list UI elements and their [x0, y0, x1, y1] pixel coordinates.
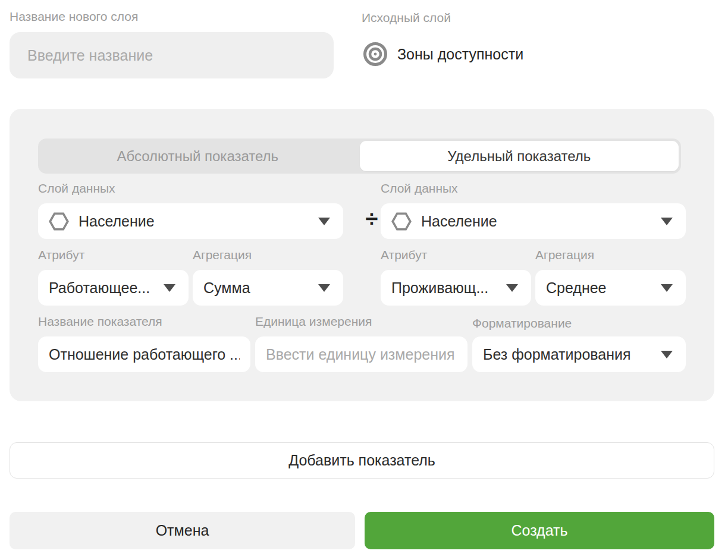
new-layer-name-label: Название нового слоя [10, 10, 138, 24]
cancel-button[interactable]: Отмена [10, 512, 355, 549]
indicator-panel: Абсолютный показатель Удельный показател… [10, 109, 714, 401]
numerator-aggregation-select[interactable]: Сумма [193, 270, 343, 306]
create-button[interactable]: Создать [365, 512, 714, 549]
new-layer-name-input[interactable] [10, 32, 334, 78]
numerator-layer-value: Население [79, 213, 318, 230]
formatting-select[interactable]: Без форматирования [472, 336, 686, 372]
denominator-layer-value: Население [421, 213, 661, 230]
source-layer-label: Исходный слой [362, 11, 451, 25]
tab-relative-indicator[interactable]: Удельный показатель [360, 141, 679, 171]
formatting-value: Без форматирования [483, 346, 661, 363]
dropdown-arrow-icon [506, 284, 518, 292]
bullseye-icon [363, 42, 388, 67]
unit-label: Единица измерения [255, 314, 372, 329]
hexagon-icon [391, 212, 412, 231]
source-layer-value: Зоны доступности [397, 46, 523, 63]
numerator-aggregation-value: Сумма [203, 279, 318, 297]
dropdown-arrow-icon [318, 218, 330, 225]
numerator-attribute-value: Работающее... [49, 279, 164, 297]
dropdown-arrow-icon [661, 218, 673, 225]
numerator-aggregation-label: Агрегация [193, 248, 252, 262]
add-indicator-button[interactable]: Добавить показатель [10, 442, 714, 479]
numerator-layer-select[interactable]: Население [38, 203, 343, 239]
denominator-aggregation-select[interactable]: Среднее [535, 270, 686, 306]
formatting-label: Форматирование [472, 316, 572, 331]
indicator-name-label: Название показателя [38, 314, 162, 329]
denominator-attribute-label: Атрибут [381, 248, 427, 262]
dropdown-arrow-icon [661, 284, 673, 292]
denominator-layer-label: Слой данных [381, 181, 458, 196]
denominator-aggregation-value: Среднее [546, 279, 661, 297]
dropdown-arrow-icon [318, 284, 330, 292]
denominator-aggregation-label: Агрегация [535, 248, 594, 262]
unit-input[interactable] [255, 336, 467, 372]
denominator-attribute-select[interactable]: Проживающ... [381, 270, 531, 306]
hexagon-icon [49, 212, 69, 231]
indicator-type-tabs: Абсолютный показатель Удельный показател… [38, 139, 681, 174]
dropdown-arrow-icon [164, 284, 175, 292]
numerator-attribute-label: Атрибут [38, 248, 84, 262]
denominator-attribute-value: Проживающ... [391, 279, 506, 297]
dropdown-arrow-icon [661, 351, 673, 358]
indicator-name-input[interactable] [38, 336, 250, 372]
numerator-layer-label: Слой данных [38, 181, 115, 196]
denominator-layer-select[interactable]: Население [381, 203, 686, 239]
numerator-attribute-select[interactable]: Работающее... [38, 270, 189, 306]
source-layer-row: Зоны доступности [363, 42, 523, 67]
tab-absolute-indicator[interactable]: Абсолютный показатель [38, 139, 357, 174]
